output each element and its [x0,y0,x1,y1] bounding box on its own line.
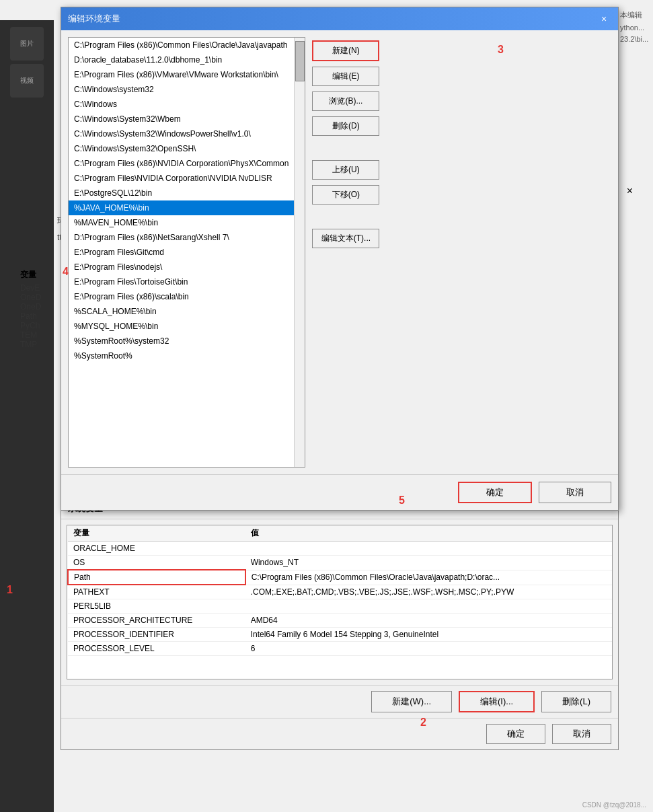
var-cell: PROCESSOR_IDENTIFIER [68,628,245,642]
left-panel: 图片 视频 [0,20,54,812]
val-cell [245,599,612,614]
table-row[interactable]: PATHEXT .COM;.EXE;.BAT;.CMD;.VBS;.VBE;.J… [68,585,612,599]
table-row[interactable]: OS Windows_NT [68,556,612,570]
table-row[interactable]: PROCESSOR_ARCHITECTURE AMD64 [68,614,612,628]
bg-close-x[interactable]: × [627,185,633,197]
env-dialog-footer: 确定 取消 [61,474,618,510]
right-bg-panel: 本编辑 ython... 23.2\bi... [616,7,653,209]
env-dialog-body: C:\Program Files (x86)\Common Files\Orac… [61,30,618,474]
env-dialog-close-button[interactable]: × [597,11,611,26]
path-table-row[interactable]: Path C:\Program Files (x86)\Common Files… [68,570,612,585]
annotation-1: 1 [7,584,13,596]
path-var-cell: Path [68,570,245,585]
btn-spacer-2 [312,210,379,223]
path-item-15[interactable]: E:\Program Files\nodejs\ [69,260,294,274]
path-item-21[interactable]: %SystemRoot% [69,348,294,363]
new-path-button[interactable]: 新建(N) [312,40,379,61]
annotation-3: 3 [498,44,504,56]
path-item-3[interactable]: C:\Windows\system32 [69,82,294,97]
env-cancel-button[interactable]: 取消 [539,482,611,503]
sys-edit-button[interactable]: 编辑(I)... [459,691,535,712]
env-action-buttons: 新建(N) 编辑(E) 浏览(B)... 删除(D) 上移(U) 下移(O) 编… [312,37,379,468]
edit-path-button[interactable]: 编辑(E) [312,67,379,86]
path-list-inner: C:\Program Files (x86)\Common Files\Orac… [69,38,294,467]
env-ok-button[interactable]: 确定 [458,482,532,503]
sys-ok-button[interactable]: 确定 [486,724,545,744]
scrollbar-track[interactable] [294,38,305,467]
val-col-header: 值 [245,525,612,542]
env-dialog: 编辑环境变量 × C:\Program Files (x86)\Common F… [61,7,619,511]
path-item-9[interactable]: C:\Program Files\NVIDIA Corporation\NVID… [69,171,294,186]
var-cell: PERL5LIB [68,599,245,614]
edit-text-button[interactable]: 编辑文本(T)... [312,229,379,248]
val-cell: 6 [245,642,612,656]
path-item-0[interactable]: C:\Program Files (x86)\Common Files\Orac… [69,38,294,52]
move-up-button[interactable]: 上移(U) [312,160,379,180]
var-cell: ORACLE_HOME [68,542,245,556]
path-list-wrapper: C:\Program Files (x86)\Common Files\Orac… [68,37,305,468]
var-col-header: 变量 [68,525,245,542]
val-cell [245,542,612,556]
path-item-8[interactable]: C:\Program Files (x86)\NVIDIA Corporatio… [69,156,294,171]
video-label: 视频 [20,76,34,85]
path-item-6[interactable]: C:\Windows\System32\WindowsPowerShell\v1… [69,126,294,141]
val-cell: .COM;.EXE;.BAT;.CMD;.VBS;.VBE;.JS;.JSE;.… [245,585,612,599]
path-item-2[interactable]: E:\Program Files (x86)\VMware\VMware Wor… [69,67,294,82]
annotation-2: 2 [420,716,426,729]
var-cell: PROCESSOR_LEVEL [68,642,245,656]
path-item-19[interactable]: %MYSQL_HOME%\bin [69,319,294,334]
path-item-17[interactable]: E:\Program Files (x86)\scala\bin [69,289,294,304]
annotation-5: 5 [399,494,405,507]
env-dialog-title: 编辑环境变量 [68,13,120,25]
path-item-16[interactable]: E:\Program Files\TortoiseGit\bin [69,274,294,289]
val-cell: Windows_NT [245,556,612,570]
path-item-12[interactable]: %MAVEN_HOME%\bin [69,215,294,230]
var-cell: OS [68,556,245,570]
sys-new-button[interactable]: 新建(W)... [371,691,452,712]
delete-path-button[interactable]: 删除(D) [312,116,379,136]
sys-vars-section: 系统变量 变量 值 ORACLE_HOME OS Windows_NT P [61,498,619,750]
annotation-4: 4 [63,266,69,278]
table-row[interactable]: PROCESSOR_IDENTIFIER Intel64 Family 6 Mo… [68,628,612,642]
left-icon-video: 视频 [10,64,44,98]
table-row[interactable]: PERL5LIB [68,599,612,614]
path-item-4[interactable]: C:\Windows [69,97,294,112]
path-item-1[interactable]: D:\oracle_database\11.2.0\dbhome_1\bin [69,52,294,67]
path-item-20[interactable]: %SystemRoot%\system32 [69,334,294,348]
path-item-7[interactable]: C:\Windows\System32\OpenSSH\ [69,141,294,156]
sys-vars-table-wrapper: 变量 值 ORACLE_HOME OS Windows_NT Path C:\P… [67,525,613,679]
path-item-14[interactable]: E:\Program Files\Git\cmd [69,245,294,260]
sys-cancel-button[interactable]: 取消 [552,724,611,744]
sys-vars-table: 变量 值 ORACLE_HOME OS Windows_NT Path C:\P… [67,525,612,656]
var-cell: PROCESSOR_ARCHITECTURE [68,614,245,628]
path-item-10[interactable]: E:\PostgreSQL\12\bin [69,186,294,200]
path-val-cell: C:\Program Files (x86)\Common Files\Orac… [245,570,612,585]
watermark: CSDN @tzq@2018... [582,801,646,809]
right-bg-text2: ython... [620,24,650,32]
table-row[interactable]: PROCESSOR_LEVEL 6 [68,642,612,656]
btn-spacer-1 [312,141,379,155]
left-icon-image: 图片 [10,27,44,61]
env-dialog-titlebar: 编辑环境变量 × [61,7,618,30]
val-cell: Intel64 Family 6 Model 154 Stepping 3, G… [245,628,612,642]
right-bg-text3: 23.2\bi... [620,35,650,43]
right-bg-text1: 本编辑 [620,10,650,20]
sys-delete-button[interactable]: 删除(L) [541,691,611,712]
sys-main-footer: 确定 取消 [61,718,618,749]
sys-vars-footer: 新建(W)... 编辑(I)... 删除(L) [61,685,618,718]
table-row[interactable]: ORACLE_HOME [68,542,612,556]
path-item-18[interactable]: %SCALA_HOME%\bin [69,304,294,319]
browse-path-button[interactable]: 浏览(B)... [312,91,379,111]
val-cell: AMD64 [245,614,612,628]
path-item-5[interactable]: C:\Windows\System32\Wbem [69,112,294,126]
var-cell: PATHEXT [68,585,245,599]
path-item-13[interactable]: D:\Program Files (x86)\NetSarang\Xshell … [69,230,294,245]
image-label: 图片 [20,39,34,48]
path-item-11[interactable]: %JAVA_HOME%\bin [69,200,294,215]
scrollbar-thumb[interactable] [295,41,305,81]
move-down-button[interactable]: 下移(O) [312,185,379,205]
